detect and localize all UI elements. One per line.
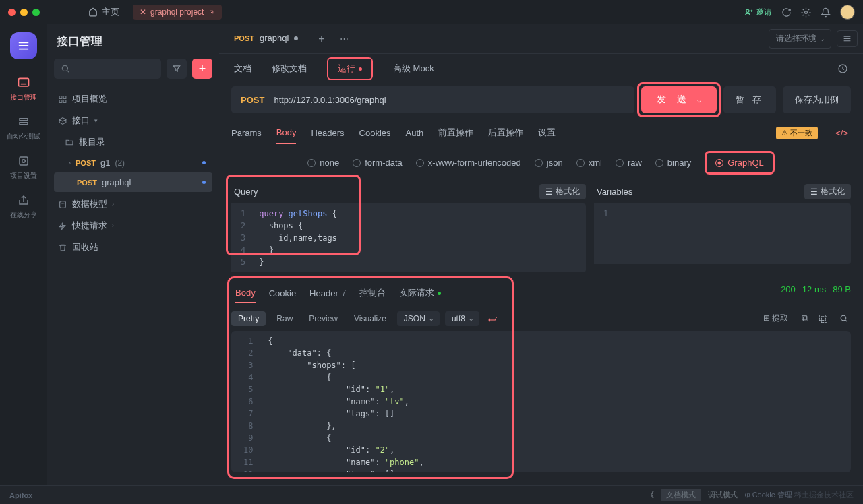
add-tab-button[interactable]: + — [311, 29, 331, 49]
format-button[interactable]: ☰ 格式化 — [539, 184, 586, 199]
subtab-edit[interactable]: 修改文档 — [272, 57, 307, 80]
new-window-icon[interactable]: ⧉ — [799, 313, 811, 324]
search-icon[interactable] — [837, 314, 851, 323]
tab-cookies[interactable]: Cookies — [359, 123, 391, 144]
code-button[interactable]: </> — [833, 128, 851, 138]
footer: Apifox 《 文档模式 调试模式 ⊕ Cookie 管理 稀土掘金技术社区 — [0, 485, 863, 504]
refresh-icon[interactable] — [781, 7, 792, 18]
sidebar-item-automation[interactable]: 自动化测试 — [7, 115, 40, 141]
inconsistent-badge[interactable]: ⚠ 不一致 — [776, 127, 818, 139]
bodytype-xml[interactable]: xml — [576, 158, 602, 168]
sidebar-item-share[interactable]: 在线分享 — [10, 193, 37, 220]
tree-datamodel[interactable]: 数据模型 › — [54, 193, 212, 215]
tree-item-graphql[interactable]: POST graphql — [54, 172, 212, 192]
collapse-left-icon[interactable]: 《 — [647, 490, 654, 500]
code-body: { "data": { "shops": [ { "id": "1", "nam… — [260, 331, 432, 472]
tab-postscript[interactable]: 后置操作 — [488, 121, 523, 144]
svg-rect-11 — [59, 96, 62, 98]
close-window-icon[interactable] — [8, 9, 16, 16]
tree-label: 回收站 — [72, 241, 98, 253]
resp-tab-body[interactable]: Body — [235, 284, 256, 303]
bodytype-none[interactable]: none — [307, 158, 339, 168]
home-button[interactable]: 主页 — [83, 6, 125, 18]
env-selector[interactable]: 请选择环境 ⌵ — [769, 29, 831, 49]
panel-toggle-button[interactable] — [837, 30, 858, 47]
close-tab-icon[interactable]: ✕ — [140, 7, 146, 17]
subtab-run[interactable]: 运行 — [327, 57, 373, 80]
app-logo — [10, 32, 37, 59]
tree-count: (2) — [115, 158, 125, 168]
tab-body[interactable]: Body — [276, 122, 297, 144]
view-preview[interactable]: Preview — [303, 311, 343, 326]
tab-auth[interactable]: Auth — [406, 123, 424, 144]
search-input[interactable] — [54, 59, 161, 79]
chevron-down-icon[interactable]: ⌵ — [697, 96, 701, 104]
history-button[interactable] — [837, 63, 848, 74]
bodytype-json[interactable]: json — [535, 158, 563, 168]
maximize-window-icon[interactable] — [32, 9, 40, 16]
subtab-mock[interactable]: 高级 Mock — [393, 57, 434, 80]
tree-overview[interactable]: 项目概览 — [54, 88, 212, 110]
tab-prescript[interactable]: 前置操作 — [438, 121, 473, 144]
sidebar-item-settings[interactable]: 项目设置 — [10, 154, 37, 181]
tree-recycle[interactable]: 回收站 — [54, 237, 212, 258]
lightning-icon — [58, 222, 67, 230]
query-pane: Query ☰ 格式化 12345 query getShops { shops… — [231, 181, 586, 272]
svg-rect-4 — [19, 49, 29, 50]
format-selector[interactable]: JSON ⌵ — [397, 311, 440, 326]
save-case-button[interactable]: 保存为用例 — [783, 86, 851, 113]
subtab-doc[interactable]: 文档 — [234, 57, 251, 80]
debug-mode-button[interactable]: 调试模式 — [708, 490, 738, 500]
tree-rootdir[interactable]: 根目录 — [54, 131, 212, 153]
traffic-lights — [8, 9, 40, 16]
bodytype-formdata[interactable]: form-data — [353, 158, 403, 168]
sidebar-item-api[interactable]: 接口管理 — [10, 75, 37, 102]
send-label: 发 送 — [657, 94, 690, 106]
avatar[interactable] — [840, 5, 855, 20]
filter-button[interactable] — [167, 59, 187, 79]
gear-icon[interactable] — [801, 7, 811, 18]
tree-label: 数据模型 — [72, 198, 107, 210]
invite-button[interactable]: 邀请 — [744, 7, 772, 18]
query-editor[interactable]: 12345 query getShops { shops { id,name,t… — [231, 203, 586, 272]
resp-tab-cookie[interactable]: Cookie — [269, 284, 296, 303]
view-pretty[interactable]: Pretty — [231, 311, 266, 326]
response-stats: 200 12 ms 89 B — [781, 284, 851, 294]
view-visualize[interactable]: Visualize — [349, 311, 392, 326]
tab-graphql[interactable]: POST graphql — [225, 28, 307, 50]
bodytype-raw[interactable]: raw — [616, 158, 642, 168]
variables-editor[interactable]: 1 — [594, 203, 851, 264]
bodytype-urlencoded[interactable]: x-www-form-urlencoded — [416, 158, 521, 168]
bodytype-binary[interactable]: binary — [655, 158, 691, 168]
add-button[interactable]: + — [192, 59, 212, 79]
tree-item-g1[interactable]: › POST g1 (2) — [54, 153, 212, 172]
extract-button[interactable]: ⊞ 提取 — [758, 310, 794, 327]
minimize-window-icon[interactable] — [20, 9, 28, 16]
response-body[interactable]: 123456789101112 { "data": { "shops": [ {… — [231, 331, 851, 472]
copy-icon[interactable]: ⿻ — [816, 313, 831, 324]
tree-interface[interactable]: 接口 ▾ — [54, 110, 212, 131]
project-tab[interactable]: ✕ graphql project — [133, 5, 222, 20]
doc-mode-button[interactable]: 文档模式 — [661, 489, 701, 501]
rail-label: 自动化测试 — [7, 132, 40, 141]
save-button[interactable]: 暂 存 — [723, 86, 776, 113]
format-button[interactable]: ☰ 格式化 — [804, 184, 851, 199]
svg-rect-2 — [19, 42, 29, 44]
send-button[interactable]: 发 送 ⌵ — [641, 86, 717, 113]
tab-params[interactable]: Params — [231, 123, 262, 144]
view-raw[interactable]: Raw — [271, 311, 298, 326]
resp-tab-actual[interactable]: 实际请求 — [399, 283, 441, 303]
url-input[interactable]: POST http://127.0.0.1:3006/graphql — [231, 86, 634, 113]
svg-point-0 — [746, 9, 749, 12]
more-tabs-icon[interactable]: ⋯ — [336, 30, 353, 48]
bodytype-graphql[interactable]: GraphQL — [705, 151, 774, 175]
body-type-radios: none form-data x-www-form-urlencoded jso… — [219, 146, 863, 180]
resp-tab-header[interactable]: Header 7 — [309, 284, 346, 303]
tree-quickreq[interactable]: 快捷请求 › — [54, 215, 212, 237]
bell-icon[interactable] — [821, 7, 831, 18]
encoding-selector[interactable]: utf8 ⌵ — [445, 311, 479, 326]
resp-tab-console[interactable]: 控制台 — [359, 283, 386, 303]
wrap-icon[interactable]: ⮐ — [485, 313, 500, 324]
tab-headers[interactable]: Headers — [311, 123, 344, 144]
tab-settings[interactable]: 设置 — [538, 121, 556, 144]
